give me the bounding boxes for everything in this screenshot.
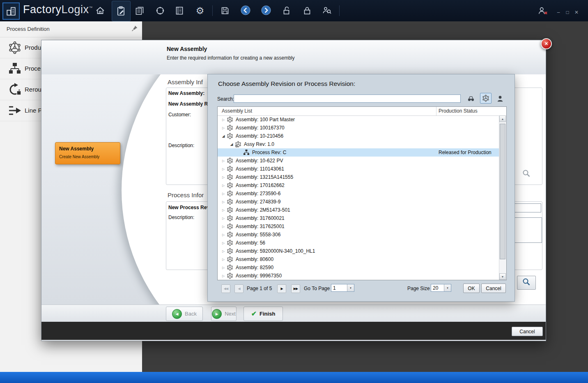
sidebar-header: Process Definition <box>0 21 142 37</box>
scroll-down-icon[interactable]: ▼ <box>499 273 506 280</box>
tree-row[interactable]: ▷Assembly: 273590-6 <box>218 189 499 198</box>
assembly-view-toggle-icon[interactable] <box>480 93 492 104</box>
search-magnifier-icon <box>522 169 531 178</box>
search-button[interactable] <box>517 276 536 290</box>
wizard-cancel-button[interactable]: Cancel <box>512 327 543 336</box>
expander-collapsed-icon[interactable]: ▷ <box>220 118 227 122</box>
tree-row[interactable]: ▷Assembly: 56 <box>218 239 499 247</box>
scrollbar-thumb[interactable] <box>500 124 505 259</box>
dialog-close-icon[interactable]: ✕ <box>541 38 552 49</box>
window-maximize-button[interactable]: □ <box>564 9 571 16</box>
tree-row[interactable]: ▷Assembly: 2M51473-501 <box>218 206 499 214</box>
tree-row[interactable]: ▷Assembly: 80600 <box>218 255 499 263</box>
first-page-button[interactable]: ◀◀ <box>221 284 230 293</box>
page-size-select[interactable]: 20 ▼ <box>431 284 451 292</box>
previous-page-button[interactable]: ◀ <box>234 284 243 293</box>
window-close-button[interactable]: ✕ <box>573 9 580 16</box>
expander-expanded-icon[interactable]: ◢ <box>228 142 235 146</box>
unlock-icon[interactable] <box>282 6 292 16</box>
wizard-header: New Assembly Enter the required informat… <box>41 40 546 75</box>
pin-icon[interactable] <box>131 25 139 32</box>
factorylogix-logo-icon <box>2 2 20 20</box>
expander-collapsed-icon[interactable]: ▷ <box>220 208 227 212</box>
go-to-page-label: Go To Page <box>304 286 330 291</box>
search-input[interactable] <box>234 95 461 103</box>
tree-row[interactable]: ▷Assembly: 5558-306 <box>218 231 499 239</box>
home-icon[interactable] <box>95 6 105 16</box>
customer-view-toggle-icon[interactable] <box>495 94 505 104</box>
tree-row[interactable]: ▷Assembly: 13215A141555 <box>218 173 499 181</box>
expander-collapsed-icon[interactable]: ▷ <box>220 233 227 237</box>
assembly-list: Assembly List Production Status ▷Assembl… <box>217 106 507 280</box>
expander-collapsed-icon[interactable]: ▷ <box>220 241 227 245</box>
assembly-tree: ▷Assembly: 100 Part Master▷Assembly: 100… <box>218 115 499 280</box>
tree-row[interactable]: ▷Assembly: 110143061 <box>218 165 499 173</box>
tree-row[interactable]: ▷Assembly: 10-622 PV <box>218 157 499 165</box>
tree-row[interactable]: ▷Assembly: 100167370 <box>218 124 499 132</box>
expander-collapsed-icon[interactable]: ▷ <box>220 274 227 278</box>
production-status: Released for Production <box>439 150 492 155</box>
expander-collapsed-icon[interactable]: ▷ <box>220 159 227 163</box>
expander-collapsed-icon[interactable]: ▷ <box>220 126 227 130</box>
production-status-column[interactable]: Production Status <box>439 108 478 114</box>
binoculars-filter-icon[interactable] <box>466 94 476 104</box>
expander-collapsed-icon[interactable]: ▷ <box>220 217 227 220</box>
assembly-icon <box>227 125 234 132</box>
go-to-page-select[interactable]: 1 ▼ <box>331 284 354 292</box>
expander-collapsed-icon[interactable]: ▷ <box>220 266 227 270</box>
vertical-scrollbar[interactable]: ▲ ▼ <box>499 115 506 280</box>
process-orgchart-icon <box>8 62 21 75</box>
tree-row[interactable]: ▷Assembly: 82590 <box>218 263 499 272</box>
save-icon[interactable] <box>220 6 230 16</box>
tree-row[interactable]: ◢Assembly: 10-210456 <box>218 132 499 140</box>
expander-collapsed-icon[interactable]: ▷ <box>220 184 227 187</box>
last-page-button[interactable]: ▶▶ <box>291 284 300 293</box>
redo-icon[interactable] <box>261 5 271 16</box>
next-button[interactable]: ▶ Next <box>211 307 237 321</box>
tree-row[interactable]: ▷Assembly: 5920000N-340_100_HL1 <box>218 247 499 255</box>
assembly-icon <box>227 116 234 123</box>
assembly-information-heading: Assembly Inf <box>168 78 203 85</box>
assembly-list-column[interactable]: Assembly List <box>222 108 252 114</box>
popup-cancel-button[interactable]: Cancel <box>481 284 506 293</box>
tree-item-label: Assembly: 13215A141555 <box>236 174 293 180</box>
ok-button[interactable]: OK <box>463 284 480 293</box>
back-button[interactable]: ◀ Back <box>166 307 203 321</box>
lock-icon[interactable] <box>302 6 312 16</box>
expander-collapsed-icon[interactable]: ▷ <box>220 167 227 171</box>
scroll-up-icon[interactable]: ▲ <box>499 115 506 122</box>
window-minimize-button[interactable]: – <box>555 9 562 16</box>
tree-row[interactable]: ▷Assembly: 317625001 <box>218 222 499 231</box>
tree-item-label: Assembly: 5920000N-340_100_HL1 <box>236 248 315 254</box>
process-definition-tab-icon[interactable] <box>112 1 131 21</box>
expander-collapsed-icon[interactable]: ▷ <box>220 175 227 179</box>
undo-icon[interactable] <box>240 5 251 16</box>
settings-gear-icon[interactable]: ⚙ <box>195 6 205 16</box>
expander-collapsed-icon[interactable]: ▷ <box>220 225 227 228</box>
finish-button[interactable]: ✔ Finish <box>243 307 283 321</box>
next-page-button[interactable]: ▶ <box>277 284 286 293</box>
document-flow-icon[interactable] <box>135 6 145 16</box>
expander-collapsed-icon[interactable]: ▷ <box>220 249 227 253</box>
back-button-label: Back <box>185 311 197 317</box>
expander-collapsed-icon[interactable]: ▷ <box>220 200 227 204</box>
assembly-icon <box>227 272 234 279</box>
expander-collapsed-icon[interactable]: ▷ <box>220 258 227 261</box>
report-icon[interactable] <box>175 6 184 16</box>
person-search-icon[interactable] <box>322 6 332 16</box>
tree-row[interactable]: ▷Assembly: 170162662 <box>218 181 499 189</box>
tree-row[interactable]: ▷Assembly: 274839-9 <box>218 198 499 206</box>
assembly-icon <box>227 215 234 222</box>
tree-row[interactable]: ◢Assy Rev: 1.0 <box>218 140 499 148</box>
navigate-compass-icon[interactable] <box>155 6 165 16</box>
tree-row[interactable]: ▷Assembly: 100 Part Master <box>218 115 499 124</box>
description2-label: Description: <box>168 215 194 220</box>
tree-row[interactable]: Process Rev: CReleased for Production <box>218 148 499 157</box>
tree-row[interactable]: ▷Assembly: 99967350 <box>218 272 499 280</box>
popup-title: Choose Assembly Revision or Process Revi… <box>218 80 355 88</box>
user-logout-icon[interactable] <box>537 5 549 16</box>
wizard-step-new-assembly[interactable]: New Assembly Create New Assembly <box>55 142 120 164</box>
expander-expanded-icon[interactable]: ◢ <box>220 134 227 138</box>
expander-collapsed-icon[interactable]: ▷ <box>220 192 227 196</box>
tree-row[interactable]: ▷Assembly: 317600021 <box>218 214 499 222</box>
